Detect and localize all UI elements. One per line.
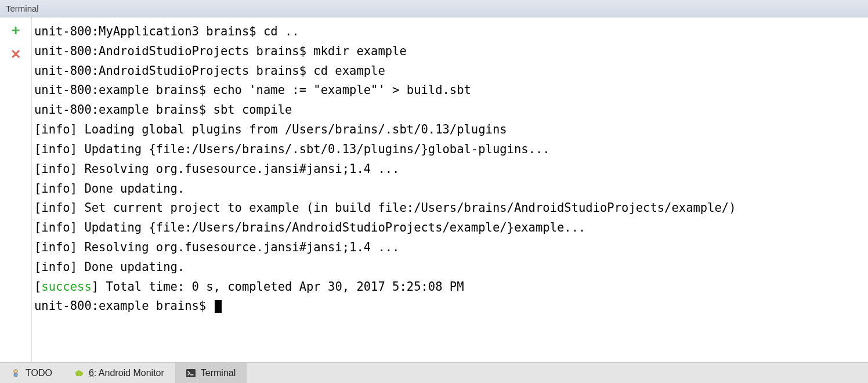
terminal-line: [info] Resolving org.fusesource.jansi#ja… [34,238,868,258]
terminal-line: [info] Resolving org.fusesource.jansi#ja… [34,160,868,179]
tab-label: Terminal [201,368,236,378]
info-tag: info [41,122,70,136]
svg-rect-7 [186,369,196,377]
terminal-line: unit-800:AndroidStudioProjects brains$ c… [34,62,868,81]
terminal-line: unit-800:example brains$ [34,297,868,316]
terminal-output[interactable]: unit-800:MyApplication3 brains$ cd ..uni… [32,17,868,362]
panel-header: Terminal [0,0,868,17]
svg-rect-6 [82,372,83,375]
android-icon [74,368,84,378]
terminal-toolbar: + ✕ [0,17,32,362]
terminal-line: [info] Done updating. [34,179,868,199]
terminal-icon [186,368,196,378]
bottom-tabs: TODO 6: Android Monitor Terminal [0,362,868,383]
tab-label: TODO [26,368,52,378]
panel-title: Terminal [6,3,39,13]
info-tag: info [41,240,70,254]
info-tag: info [41,260,70,274]
tab-terminal[interactable]: Terminal [175,363,247,383]
info-tag: info [41,162,70,176]
close-session-button[interactable]: ✕ [9,48,23,62]
terminal-line: unit-800:MyApplication3 brains$ cd .. [34,22,868,42]
info-tag: info [41,182,70,196]
info-tag: info [41,221,70,234]
terminal-line: unit-800:example brains$ echo 'name := "… [34,81,868,100]
svg-rect-5 [75,372,76,375]
info-tag: info [41,201,70,215]
tab-label: 6: Android Monitor [89,368,164,378]
svg-point-4 [79,370,81,371]
todo-icon [10,368,21,378]
terminal-panel: + ✕ unit-800:MyApplication3 brains$ cd .… [0,17,868,362]
svg-rect-2 [76,371,82,376]
cursor [215,300,222,313]
close-icon: ✕ [10,48,21,61]
terminal-line: unit-800:AndroidStudioProjects brains$ m… [34,42,868,62]
new-session-button[interactable]: + [9,23,23,37]
terminal-line: [info] Set current project to example (i… [34,198,868,218]
svg-point-0 [14,369,18,373]
terminal-line: [success] Total time: 0 s, completed Apr… [34,277,868,297]
terminal-line: [info] Loading global plugins from /User… [34,120,868,140]
terminal-line: [info] Updating {file:/Users/brains/Andr… [34,218,868,238]
tab-todo[interactable]: TODO [0,363,63,383]
svg-point-3 [77,370,78,371]
terminal-line: [info] Updating {file:/Users/brains/.sbt… [34,140,868,160]
terminal-line: [info] Done updating. [34,258,868,277]
tab-android-monitor[interactable]: 6: Android Monitor [63,363,175,383]
plus-icon: + [11,23,20,38]
success-tag: success [41,280,91,294]
info-tag: info [41,142,70,156]
terminal-line: unit-800:example brains$ sbt compile [34,100,868,120]
svg-rect-1 [14,373,17,377]
